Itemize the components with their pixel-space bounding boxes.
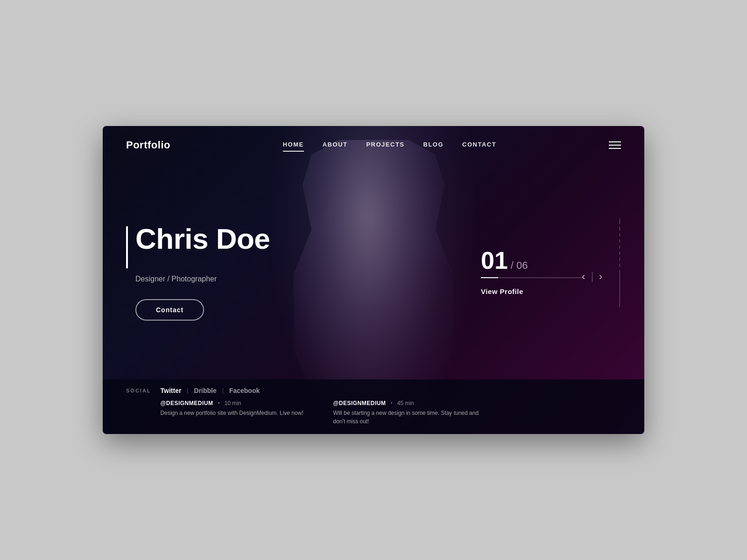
feed-handle-1: @DESIGNMEDIUM xyxy=(161,400,213,406)
slide-current-number: 01 xyxy=(481,248,508,273)
separator-2: | xyxy=(220,387,226,394)
social-tabs: Twitter | Dribble | Facebook xyxy=(161,387,621,394)
hero-content: Chris Doe Designer / Photographer Contac… xyxy=(103,164,644,379)
vl-rest-3 xyxy=(620,245,620,249)
feed-dot-1: • xyxy=(218,400,219,406)
prev-slide-button[interactable]: ‹ xyxy=(582,272,585,282)
vl-rest-2 xyxy=(620,239,620,243)
feed-card-2: @DESIGNMEDIUM • 45 min Will be starting … xyxy=(333,400,492,426)
nav-links: HOME ABOUT PROJECTS BLOG CONTACT xyxy=(283,141,496,150)
feed-cards: @DESIGNMEDIUM • 10 min Design a new port… xyxy=(161,400,621,426)
vl-top xyxy=(620,218,620,224)
slide-progress-bar xyxy=(481,277,584,278)
hero-section: Portfolio HOME ABOUT PROJECTS BLOG CONTA… xyxy=(103,126,644,434)
vl-long xyxy=(620,270,620,307)
arrow-separator xyxy=(592,272,592,282)
site-logo[interactable]: Portfolio xyxy=(126,139,170,151)
slide-info: 01 / 06 View Profile xyxy=(481,248,584,295)
slide-divider: / xyxy=(511,259,514,272)
hamburger-line-1 xyxy=(609,141,621,142)
vl-rest-4 xyxy=(620,252,620,255)
slide-counter: 01 / 06 xyxy=(481,248,528,273)
navigation: Portfolio HOME ABOUT PROJECTS BLOG CONTA… xyxy=(103,126,644,164)
contact-button[interactable]: Contact xyxy=(135,299,204,321)
social-bar: SOCIAL Twitter | Dribble | Facebook @DES… xyxy=(103,379,644,434)
social-tab-dribbble[interactable]: Dribble xyxy=(190,387,220,394)
vl-rest-5 xyxy=(620,258,620,261)
nav-link-home[interactable]: HOME xyxy=(283,141,304,150)
feed-text-1: Design a new portfolio site with DesignM… xyxy=(161,409,319,417)
name-block: Chris Doe xyxy=(126,224,303,268)
nav-link-about[interactable]: ABOUT xyxy=(323,141,348,150)
next-slide-button[interactable]: › xyxy=(599,272,602,282)
feed-meta-1: @DESIGNMEDIUM • 10 min xyxy=(161,400,319,406)
vl-rest-1 xyxy=(620,233,620,237)
social-tab-facebook[interactable]: Facebook xyxy=(226,387,263,394)
feed-handle-2: @DESIGNMEDIUM xyxy=(333,400,386,406)
vertical-decoration xyxy=(620,218,620,330)
hero-right-column: 01 / 06 View Profile xyxy=(303,248,621,295)
nav-link-blog[interactable]: BLOG xyxy=(423,141,444,150)
slide-total-number: 06 xyxy=(516,259,528,272)
feed-meta-2: @DESIGNMEDIUM • 45 min xyxy=(333,400,492,406)
vl-mid xyxy=(620,227,620,231)
separator-1: | xyxy=(185,387,190,394)
feed-card-1: @DESIGNMEDIUM • 10 min Design a new port… xyxy=(161,400,319,426)
social-content: Twitter | Dribble | Facebook @DESIGNMEDI… xyxy=(161,387,621,426)
slide-progress-fill xyxy=(481,277,498,278)
feed-text-2: Will be starting a new design in some ti… xyxy=(333,409,492,426)
name-accent-bar xyxy=(126,226,128,268)
view-profile-link[interactable]: View Profile xyxy=(481,287,523,295)
feed-dot-2: • xyxy=(390,400,392,406)
hamburger-line-3 xyxy=(609,148,621,149)
social-tab-twitter[interactable]: Twitter xyxy=(161,387,185,394)
hero-subtitle: Designer / Photographer xyxy=(135,275,303,283)
hero-name: Chris Doe xyxy=(135,224,270,254)
slide-controls: ‹ › xyxy=(582,272,602,282)
hero-left-column: Chris Doe Designer / Photographer Contac… xyxy=(126,224,303,321)
browser-window: Portfolio HOME ABOUT PROJECTS BLOG CONTA… xyxy=(103,126,644,434)
feed-time-2: 45 min xyxy=(397,400,414,406)
social-label: SOCIAL xyxy=(126,387,151,393)
feed-time-1: 10 min xyxy=(225,400,241,406)
hamburger-menu[interactable] xyxy=(609,141,621,149)
nav-link-projects[interactable]: PROJECTS xyxy=(366,141,404,150)
hamburger-line-2 xyxy=(609,145,621,146)
nav-link-contact[interactable]: CONTACT xyxy=(462,141,496,150)
vl-rest-6 xyxy=(620,264,620,267)
